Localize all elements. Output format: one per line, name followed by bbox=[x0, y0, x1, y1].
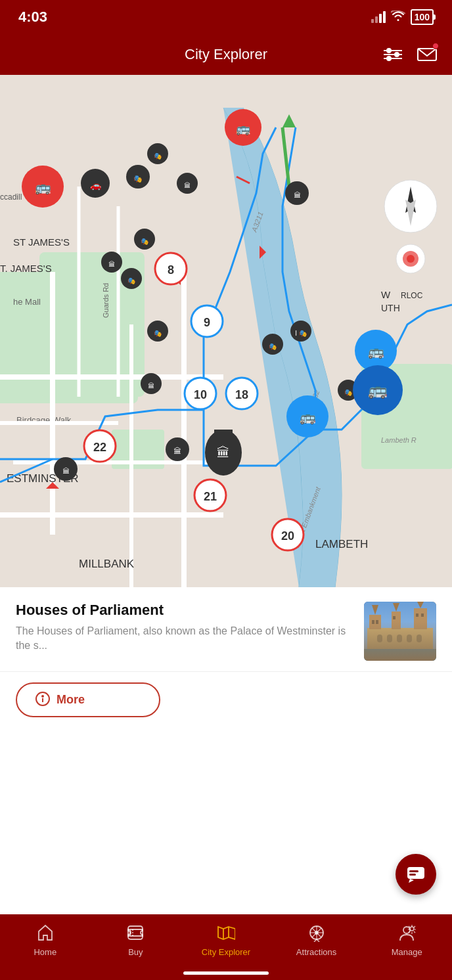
info-circle-icon bbox=[35, 692, 50, 708]
svg-text:I 🎭: I 🎭 bbox=[295, 329, 307, 338]
svg-rect-82 bbox=[214, 430, 233, 434]
svg-text:🎭: 🎭 bbox=[344, 388, 353, 397]
svg-text:🚗: 🚗 bbox=[90, 180, 102, 191]
map-view[interactable]: A3211 A32 Albert Embankment Lambeth R Bi… bbox=[0, 75, 452, 587]
svg-rect-136 bbox=[407, 867, 424, 879]
svg-text:ccadill: ccadill bbox=[0, 192, 22, 202]
svg-text:T. JAMES'S: T. JAMES'S bbox=[0, 263, 52, 274]
more-button[interactable]: More bbox=[16, 682, 160, 717]
svg-text:W: W bbox=[381, 289, 391, 300]
svg-rect-137 bbox=[409, 870, 418, 872]
nav-manage-label: Manage bbox=[392, 947, 422, 957]
nav-city-explorer[interactable]: City Explorer bbox=[181, 922, 271, 957]
svg-text:9: 9 bbox=[204, 316, 210, 329]
svg-point-151 bbox=[410, 927, 414, 931]
header-title: City Explorer bbox=[185, 46, 267, 63]
svg-rect-128 bbox=[377, 635, 382, 642]
svg-point-135 bbox=[42, 696, 43, 697]
wifi-icon bbox=[391, 11, 405, 24]
svg-text:Lambeth R: Lambeth R bbox=[381, 436, 417, 444]
ferris-wheel-icon bbox=[306, 922, 327, 943]
svg-text:22: 22 bbox=[93, 441, 106, 454]
svg-text:🎭: 🎭 bbox=[127, 277, 136, 285]
svg-rect-131 bbox=[407, 635, 412, 642]
svg-rect-129 bbox=[387, 635, 392, 642]
info-description: The Houses of Parliament, also known as … bbox=[16, 624, 353, 654]
sliders-button[interactable] bbox=[381, 43, 405, 66]
svg-text:10: 10 bbox=[194, 388, 207, 401]
mail-notification-dot bbox=[432, 43, 439, 49]
chat-button[interactable] bbox=[395, 854, 436, 895]
svg-rect-118 bbox=[392, 612, 401, 629]
svg-text:🚌: 🚌 bbox=[300, 409, 316, 425]
svg-text:Guards Rd: Guards Rd bbox=[102, 283, 110, 318]
svg-rect-117 bbox=[369, 615, 381, 629]
info-panel: Houses of Parliament The Houses of Parli… bbox=[0, 587, 452, 672]
svg-text:8: 8 bbox=[168, 263, 174, 277]
nav-city-explorer-label: City Explorer bbox=[202, 947, 250, 957]
svg-point-2 bbox=[387, 56, 391, 60]
nav-home[interactable]: Home bbox=[0, 922, 91, 957]
svg-rect-124 bbox=[376, 620, 378, 624]
svg-rect-115 bbox=[364, 649, 436, 661]
status-time: 4:03 bbox=[18, 9, 47, 26]
mail-button[interactable] bbox=[415, 43, 439, 66]
svg-text:🚌: 🚌 bbox=[35, 179, 51, 195]
nav-buy-label: Buy bbox=[128, 947, 143, 957]
map-icon bbox=[215, 922, 237, 943]
more-section: More bbox=[0, 672, 452, 730]
svg-text:🏛: 🏛 bbox=[294, 191, 301, 199]
info-title: Houses of Parliament bbox=[16, 602, 353, 619]
svg-rect-126 bbox=[416, 613, 418, 617]
svg-text:🚌: 🚌 bbox=[368, 380, 388, 399]
nav-buy[interactable]: Buy bbox=[91, 922, 181, 957]
svg-text:ST JAMES'S: ST JAMES'S bbox=[13, 236, 70, 248]
svg-text:UTH: UTH bbox=[381, 303, 400, 313]
svg-rect-130 bbox=[397, 635, 402, 642]
svg-text:🚌: 🚌 bbox=[368, 344, 384, 359]
svg-rect-138 bbox=[409, 874, 416, 876]
svg-text:🎭: 🎭 bbox=[154, 329, 162, 338]
svg-text:he Mall: he Mall bbox=[13, 297, 41, 307]
nav-home-label: Home bbox=[34, 947, 56, 957]
bottom-nav: Home Buy City Explorer bbox=[0, 914, 452, 980]
nav-manage[interactable]: Manage bbox=[361, 922, 452, 957]
svg-text:🏛: 🏛 bbox=[148, 382, 154, 390]
svg-text:🚌: 🚌 bbox=[236, 122, 251, 136]
app-header: City Explorer bbox=[0, 34, 452, 75]
svg-text:MILLBANK: MILLBANK bbox=[79, 558, 135, 570]
info-text: Houses of Parliament The Houses of Parli… bbox=[16, 602, 353, 654]
svg-point-0 bbox=[387, 49, 391, 53]
svg-rect-119 bbox=[414, 608, 427, 629]
svg-rect-132 bbox=[417, 635, 422, 642]
svg-rect-127 bbox=[421, 613, 424, 617]
ticket-icon bbox=[125, 922, 146, 943]
nav-attractions-label: Attractions bbox=[296, 947, 336, 957]
svg-text:21: 21 bbox=[204, 490, 217, 503]
header-actions bbox=[381, 43, 439, 66]
nav-attractions[interactable]: Attractions bbox=[271, 922, 362, 957]
svg-rect-125 bbox=[393, 616, 395, 619]
svg-text:🎭: 🎭 bbox=[269, 342, 277, 351]
svg-text:RLOC: RLOC bbox=[401, 291, 423, 300]
svg-text:20: 20 bbox=[281, 529, 294, 543]
svg-text:LAMBETH: LAMBETH bbox=[315, 538, 368, 550]
svg-text:🎭: 🎭 bbox=[154, 152, 162, 160]
signal-icon bbox=[371, 11, 386, 23]
svg-text:🏛: 🏛 bbox=[217, 445, 230, 460]
svg-point-113 bbox=[407, 255, 415, 263]
battery-icon: 100 bbox=[411, 9, 434, 25]
svg-text:🏛: 🏛 bbox=[108, 261, 115, 268]
status-bar: 4:03 100 bbox=[0, 0, 452, 34]
home-icon bbox=[35, 922, 56, 943]
svg-text:🎭: 🎭 bbox=[141, 237, 149, 246]
manage-icon bbox=[396, 922, 417, 943]
svg-point-1 bbox=[395, 53, 399, 56]
home-indicator bbox=[183, 971, 269, 975]
svg-text:🏛: 🏛 bbox=[184, 182, 191, 189]
svg-rect-116 bbox=[367, 628, 433, 649]
info-image bbox=[364, 602, 436, 661]
svg-text:🏛: 🏛 bbox=[62, 467, 70, 475]
status-icons: 100 bbox=[371, 9, 434, 25]
svg-text:🏛: 🏛 bbox=[173, 447, 181, 456]
